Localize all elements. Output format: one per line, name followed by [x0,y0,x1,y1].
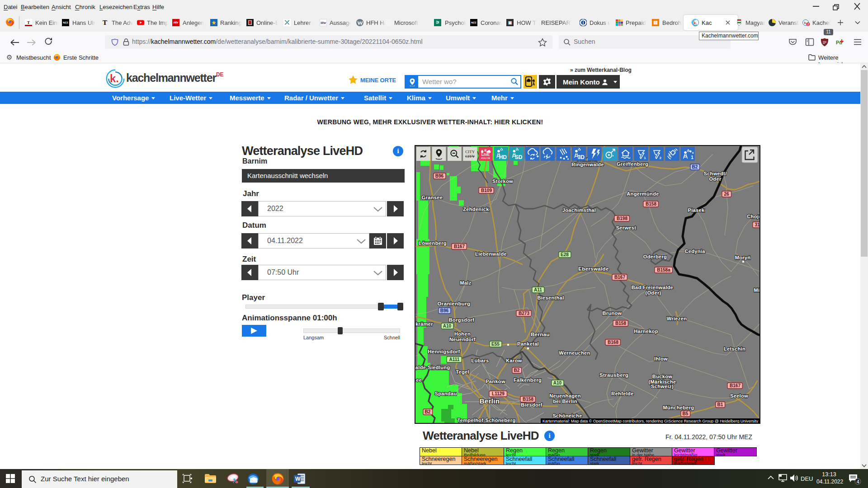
svg-text:bei Berlin: bei Berlin [553,399,577,404]
svg-text:Joachimsthal: Joachimsthal [562,207,596,213]
svg-text:k.: k. [110,72,119,84]
svg-text:B167: B167 [730,383,741,388]
svg-text:A10: A10 [443,324,452,328]
svg-text:LIVE: LIVE [481,152,490,157]
svg-text:Hennigsdorf: Hennigsdorf [428,349,460,354]
svg-text:Schönwalde-Siedlung: Schönwalde-Siedlung [415,365,450,370]
svg-text:Panketal: Panketal [517,341,539,347]
svg-text:4: 4 [857,479,859,484]
svg-text:Serwest: Serwest [616,225,637,230]
svg-text:B5: B5 [683,411,689,416]
svg-text:B2: B2 [514,368,520,373]
svg-text:Chojna: Chojna [747,214,760,219]
svg-text:A111: A111 [449,357,460,362]
svg-text:Cedynia: Cedynia [684,249,705,254]
svg-text:Letschin: Letschin [724,346,745,352]
svg-text:Löwenberg: Löwenberg [419,240,447,246]
svg-text:B273: B273 [519,311,529,316]
svg-text:SD: SD [515,154,523,160]
svg-text:W: W [295,476,301,482]
svg-text:Falkensee: Falkensee [415,377,422,383]
svg-text:3D: 3D [578,154,585,160]
svg-text:Ringenwalde: Ringenwalde [571,162,604,167]
svg-text:Seelow: Seelow [730,393,748,399]
svg-text:k.: k. [693,20,697,25]
svg-text:B1: B1 [717,402,723,407]
svg-text:2: 2 [660,156,662,160]
svg-text:2: 2 [807,22,809,26]
svg-text:A10: A10 [553,380,562,385]
svg-text:31: 31 [755,222,760,227]
svg-text:Schöneiche: Schöneiche [552,413,582,418]
svg-text:B167: B167 [454,244,465,249]
svg-text:Zehdenick: Zehdenick [463,206,489,212]
svg-text:Mi: Mi [754,287,760,293]
svg-text:Bad Freienwalde: Bad Freienwalde [632,285,674,290]
svg-text:Lübars: Lübars [472,358,489,363]
svg-text:Eberswalde: Eberswalde [578,266,609,272]
svg-text:Wriezen: Wriezen [667,316,687,321]
svg-text:B96: B96 [440,308,449,313]
svg-text:A11: A11 [534,287,542,292]
svg-text:ANALYSE: ANALYSE [481,157,490,160]
svg-text:Neuenhagen: Neuenhagen [549,393,581,399]
svg-text:Oder: Oder [709,176,721,182]
svg-text:Bernau: Bernau [531,332,550,337]
svg-text:Neuendorf: Neuendorf [449,337,476,342]
svg-text:E28: E28 [561,252,569,257]
svg-text:Ihlow: Ihlow [654,356,668,361]
svg-text:Berlin: Berlin [480,397,500,405]
svg-text:1: 1 [644,156,646,160]
svg-text:Falkenberg: Falkenberg [514,377,542,383]
svg-text:Oranienburg: Oranienburg [438,301,471,306]
svg-text:Oderberg: Oderberg [643,254,667,259]
svg-text:Buckow: Buckow [652,374,672,379]
svg-text:Biesenthal: Biesenthal [537,295,564,300]
svg-text:Moryń: Moryń [735,255,751,260]
svg-text:1: 1 [691,155,693,160]
svg-text:Greiffenberg: Greiffenberg [617,161,648,167]
svg-text:B198: B198 [617,216,627,221]
svg-text:B158a: B158a [657,267,670,272]
svg-text:Tegel: Tegel [456,369,469,375]
svg-text:B2: B2 [692,164,698,169]
svg-text:B109: B109 [481,188,492,193]
svg-text:B96: B96 [435,174,444,178]
svg-text:Gransee: Gransee [422,195,443,200]
svg-text:(Oder): (Oder) [645,290,661,296]
svg-text:B158: B158 [615,321,626,326]
svg-text:Liebenwalde: Liebenwalde [475,251,507,257]
svg-text:CITY: CITY [465,150,475,154]
svg-text:E55: E55 [491,342,500,347]
svg-text:Biesdorf: Biesdorf [521,402,542,408]
svg-text:Piasek: Piasek [688,207,705,213]
svg-text:Borgsdorf: Borgsdorf [449,317,474,323]
svg-text:Angermünde: Angermünde [627,191,659,197]
svg-text:CITY: CITY [465,154,475,159]
svg-text:Hohen: Hohen [454,331,471,337]
svg-text:Pankow: Pankow [486,379,505,384]
svg-text:B167: B167 [614,275,625,280]
svg-text:Strausberg: Strausberg [599,372,628,378]
svg-text:HD: HD [499,154,507,160]
svg-text:Schwedt/: Schwedt/ [703,171,726,176]
svg-text:Schweiz): Schweiz) [651,384,674,389]
svg-text:B158: B158 [523,397,533,402]
svg-text:Karow: Karow [506,358,522,363]
svg-text:Oberkrämer: Oberkrämer [415,321,433,327]
svg-text:L1129: L1129 [492,391,505,396]
svg-text:Müncheberg: Müncheberg [663,405,694,410]
svg-text:B2: B2 [425,409,431,414]
svg-text:Rehfelde: Rehfelde [611,391,633,396]
svg-text:B158: B158 [646,202,656,206]
svg-text:Tempelhof-Schöneberg: Tempelhof-Schöneberg [457,418,515,423]
svg-text:Brunow: Brunow [602,310,622,316]
svg-text:Spandau: Spandau [435,391,457,396]
svg-text:Harnekop: Harnekop [634,328,658,334]
svg-text:Storkow: Storkow [492,178,513,184]
svg-text:Kartenmaterial: Map data © Ope: Kartenmaterial: Map data © OpenStreetMap… [542,418,758,423]
svg-text:Malz: Malz [460,280,471,286]
svg-text:Werneuchen: Werneuchen [559,350,590,356]
svg-text:26: 26 [724,192,729,197]
svg-text:B168: B168 [608,340,618,345]
